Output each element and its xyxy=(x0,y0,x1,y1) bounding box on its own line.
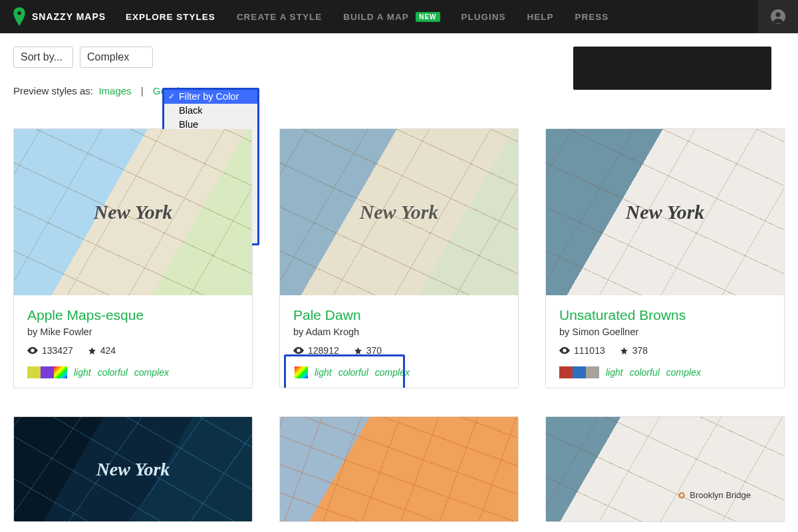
star-icon xyxy=(354,346,362,355)
nav-create[interactable]: CREATE A STYLE xyxy=(237,12,322,22)
star-icon xyxy=(620,346,628,355)
swatch xyxy=(41,366,54,378)
views: 128912 xyxy=(293,345,339,356)
swatch xyxy=(27,366,41,378)
brand[interactable]: SNAZZY MAPS xyxy=(12,7,106,26)
tag-select[interactable]: Complex xyxy=(80,47,153,68)
dd-header[interactable]: Filter by Color xyxy=(164,90,257,104)
dd-black[interactable]: Black xyxy=(164,104,257,118)
color-swatches xyxy=(559,366,599,378)
views-count: 128912 xyxy=(308,345,339,356)
style-author: by Adam Krogh xyxy=(293,327,505,337)
map-preview xyxy=(280,417,518,521)
poi-icon xyxy=(678,491,686,499)
swatch xyxy=(559,366,573,378)
views-count: 111013 xyxy=(574,345,605,356)
tag[interactable]: colorful xyxy=(338,367,368,378)
star-icon xyxy=(88,346,96,355)
landmark-label: Brooklyn Bridge xyxy=(678,490,751,500)
svg-point-3 xyxy=(678,492,685,499)
svg-point-2 xyxy=(775,12,780,17)
pin-icon xyxy=(12,7,27,26)
views-count: 133427 xyxy=(42,345,73,356)
nav-explore[interactable]: EXPLORE STYLES xyxy=(126,12,215,22)
nav-help[interactable]: HELP xyxy=(527,12,554,22)
city-label: New York xyxy=(360,201,439,223)
eye-icon xyxy=(27,346,38,354)
style-card[interactable]: New York Apple Maps-esque by Mike Fowler… xyxy=(13,128,253,388)
new-badge: NEW xyxy=(416,12,440,22)
city-label: New York xyxy=(96,459,170,480)
color-swatches xyxy=(295,366,308,378)
tag[interactable]: complex xyxy=(375,367,410,378)
tag-row: light colorful complex xyxy=(280,361,518,382)
views: 111013 xyxy=(559,345,605,356)
tag[interactable]: light xyxy=(606,367,623,378)
tag[interactable]: light xyxy=(74,367,91,378)
style-grid-row2: New York Brooklyn Bridge xyxy=(13,416,785,522)
style-card[interactable]: New York xyxy=(13,416,253,522)
swatch xyxy=(586,366,599,378)
preview-label: Preview styles as: xyxy=(13,85,93,96)
nav-links: EXPLORE STYLES CREATE A STYLE BUILD A MA… xyxy=(126,12,608,22)
style-title[interactable]: Unsaturated Browns xyxy=(559,307,771,323)
page: Sort by... Complex Preview styles as: Im… xyxy=(0,47,798,522)
brand-label: SNAZZY MAPS xyxy=(32,11,106,22)
map-preview: New York xyxy=(280,129,518,295)
nav-build[interactable]: BUILD A MAP NEW xyxy=(343,12,440,22)
map-preview: New York xyxy=(546,129,784,295)
favs: 424 xyxy=(88,345,116,356)
style-title[interactable]: Pale Dawn xyxy=(293,307,505,323)
tag[interactable]: complex xyxy=(134,367,169,378)
tag-row: light colorful complex xyxy=(14,361,252,382)
swatch xyxy=(573,366,586,378)
map-preview: New York xyxy=(14,129,252,295)
sort-select[interactable]: Sort by... xyxy=(13,47,73,68)
views: 133427 xyxy=(27,345,73,356)
style-author: by Mike Fowler xyxy=(27,327,239,337)
favs-count: 424 xyxy=(100,345,116,356)
style-grid: New York Apple Maps-esque by Mike Fowler… xyxy=(13,128,785,388)
nav-press[interactable]: PRESS xyxy=(575,12,609,22)
nav-plugins[interactable]: PLUGINS xyxy=(462,12,506,22)
account-button[interactable] xyxy=(758,0,798,33)
favs-count: 378 xyxy=(632,345,648,356)
tag[interactable]: light xyxy=(315,367,332,378)
tag[interactable]: colorful xyxy=(630,367,660,378)
favs: 378 xyxy=(620,345,648,356)
city-label: New York xyxy=(626,201,705,223)
landmark-text: Brooklyn Bridge xyxy=(690,490,751,500)
topnav: SNAZZY MAPS EXPLORE STYLES CREATE A STYL… xyxy=(0,0,798,33)
promo-banner[interactable] xyxy=(573,47,771,90)
svg-point-0 xyxy=(17,11,21,15)
map-preview: New York xyxy=(14,417,252,521)
eye-icon xyxy=(559,346,570,354)
svg-point-4 xyxy=(680,494,683,497)
eye-icon xyxy=(293,346,304,354)
style-card[interactable]: New York Pale Dawn by Adam Krogh 128912 … xyxy=(279,128,519,388)
style-card[interactable] xyxy=(279,416,519,522)
map-preview: Brooklyn Bridge xyxy=(546,417,784,521)
swatch-gradient xyxy=(54,366,67,378)
tag-row: light colorful complex xyxy=(546,361,784,382)
style-card[interactable]: New York Unsaturated Browns by Simon Goe… xyxy=(545,128,785,388)
style-author: by Simon Goellner xyxy=(559,327,771,337)
style-card[interactable]: Brooklyn Bridge xyxy=(545,416,785,522)
nav-build-label: BUILD A MAP xyxy=(343,12,408,22)
favs: 370 xyxy=(354,345,382,356)
user-icon xyxy=(770,9,786,25)
color-swatches xyxy=(27,366,67,378)
divider: | xyxy=(141,85,144,96)
favs-count: 370 xyxy=(366,345,382,356)
style-title[interactable]: Apple Maps-esque xyxy=(27,307,239,323)
city-label: New York xyxy=(94,201,173,223)
preview-images-link[interactable]: Images xyxy=(98,85,131,96)
tag[interactable]: complex xyxy=(666,367,701,378)
swatch-gradient xyxy=(295,366,308,378)
tag[interactable]: colorful xyxy=(98,367,128,378)
